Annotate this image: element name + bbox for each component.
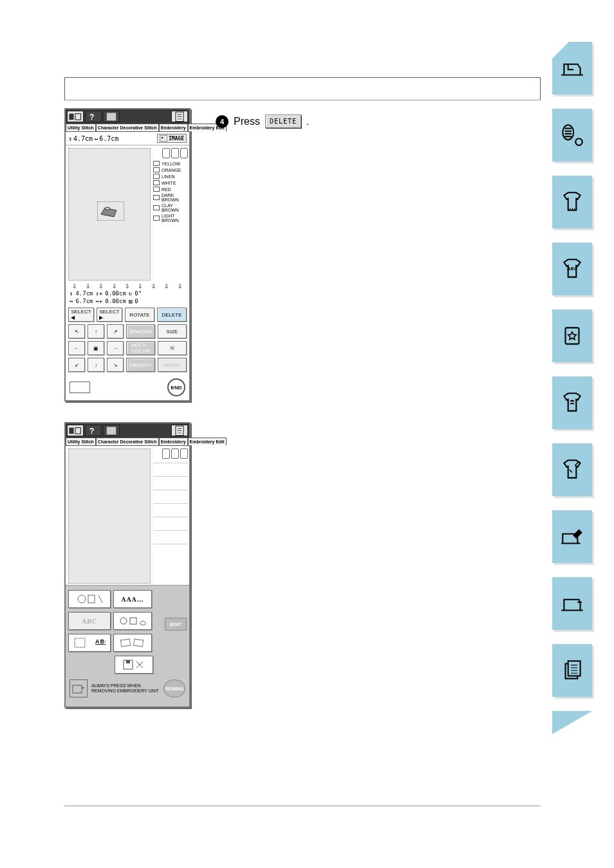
- select-prev-button[interactable]: SELECT◀: [68, 308, 94, 322]
- thread-info-icon[interactable]: [70, 382, 90, 393]
- hoop-small-icon[interactable]: [180, 448, 188, 459]
- center-button[interactable]: ▣: [88, 341, 104, 355]
- foot-icon[interactable]: [103, 425, 120, 436]
- panel-toolbar: ?: [66, 109, 189, 124]
- nav-tab-7[interactable]: [552, 443, 592, 496]
- needle-icon: ⇩: [98, 283, 104, 290]
- pattern-preview: [97, 201, 124, 221]
- card-star-icon: [559, 322, 586, 349]
- sewing-machine-icon: [559, 55, 586, 82]
- svg-point-1: [575, 138, 582, 145]
- delete-key-badge: DELETE: [265, 115, 301, 128]
- select-next-button[interactable]: SELECT▶: [97, 308, 122, 322]
- edit-button[interactable]: EDIT: [165, 618, 187, 631]
- svg-rect-28: [126, 660, 130, 663]
- spool-icon: [153, 161, 160, 166]
- page-icon[interactable]: [171, 425, 188, 436]
- tshirt-abc-icon: ABC: [559, 255, 586, 282]
- density-button[interactable]: DENSITY: [126, 358, 155, 372]
- page-content: ? Utility Stitch Character Decorative St…: [64, 77, 541, 728]
- tab-embroidery[interactable]: Embroidery: [159, 124, 188, 131]
- nav-tab-10[interactable]: [552, 644, 592, 697]
- tab-character-decorative[interactable]: Character Decorative Stitch: [96, 438, 159, 445]
- svg-rect-5: [568, 661, 581, 676]
- foot-warning-text: ALWAYS PRESS WHEN REMOVING EMBROIDERY UN…: [91, 683, 160, 694]
- unit-icon: [70, 680, 87, 697]
- mode-tabs-2: Utility Stitch Character Decorative Stit…: [66, 438, 189, 446]
- thread-orange: ORANGE: [153, 167, 188, 172]
- embroidery-canvas: [68, 148, 151, 281]
- nav-tab-1[interactable]: [552, 42, 592, 95]
- remove-unit-icon[interactable]: [70, 679, 88, 697]
- delete-button[interactable]: DELETE: [157, 308, 187, 322]
- arrow-down-button[interactable]: ↓: [88, 358, 104, 372]
- array-button[interactable]: ARRAY: [158, 358, 187, 372]
- flower-icon: [75, 593, 104, 605]
- svg-rect-3: [566, 328, 579, 344]
- nav-tab-6[interactable]: [552, 376, 592, 429]
- sewing-button[interactable]: SEWING: [163, 679, 185, 697]
- tab-embroidery[interactable]: Embroidery: [159, 438, 188, 445]
- nav-tab-4[interactable]: ABC: [552, 243, 592, 295]
- hoop-small-icon[interactable]: [180, 148, 188, 158]
- cat-shapes-button[interactable]: [113, 612, 152, 630]
- hoop-med-icon[interactable]: [171, 448, 179, 459]
- foot-icon[interactable]: [103, 111, 120, 122]
- hoop-selector-2: [153, 448, 188, 459]
- needle-icon: ⇩: [151, 283, 157, 290]
- nav-tab-8[interactable]: [552, 510, 592, 563]
- cat-cards-button[interactable]: [113, 634, 152, 652]
- spool-icon: [153, 167, 160, 172]
- arrow-upright-button[interactable]: ↗: [107, 324, 124, 338]
- tab-utility-stitch[interactable]: Utility Stitch: [66, 438, 96, 445]
- machine-side-icon: [559, 590, 586, 617]
- spool-icon: [153, 180, 160, 185]
- hoop-large-icon[interactable]: [162, 148, 170, 158]
- svg-point-19: [78, 595, 86, 603]
- cat-embroidery-button[interactable]: [68, 590, 111, 608]
- arrow-downright-button[interactable]: ↘: [107, 358, 124, 372]
- mirror-button[interactable]: [158, 341, 187, 355]
- nav-tab-3[interactable]: [552, 176, 592, 228]
- cat-memory-button[interactable]: [115, 656, 153, 674]
- cake-icon: [98, 203, 123, 219]
- arrow-left-button[interactable]: ←: [68, 341, 85, 355]
- image-button[interactable]: IMAGE: [157, 134, 187, 143]
- page-icon[interactable]: [171, 111, 188, 122]
- spacing-button[interactable]: SPACING: [126, 324, 155, 338]
- cat-abc-button[interactable]: ABC: [68, 612, 111, 630]
- help-icon[interactable]: ?: [85, 111, 102, 122]
- needle-row: ⇩ ⇩ ⇩ ⇩ ⇩ ⇩ ⇩ ⇩ ⇩: [66, 282, 189, 290]
- svg-point-21: [120, 618, 127, 624]
- end-button[interactable]: END: [167, 378, 185, 396]
- rotate-button[interactable]: ROTATE: [125, 308, 154, 322]
- cat-font-button[interactable]: AAA…: [113, 590, 152, 608]
- tab-utility-stitch[interactable]: Utility Stitch: [66, 124, 96, 131]
- arrow-up-button[interactable]: ↑: [88, 324, 104, 338]
- nav-tab-9[interactable]: [552, 577, 592, 630]
- tab-embroidery-edit[interactable]: Embroidery Edit: [188, 438, 227, 445]
- svg-point-13: [105, 207, 110, 210]
- help-icon[interactable]: ?: [85, 425, 102, 436]
- multicolor-button[interactable]: MULTI COLOR: [126, 341, 155, 355]
- hoop-large-icon[interactable]: [162, 448, 170, 459]
- nav-tab-5[interactable]: [552, 309, 592, 362]
- arrow-upleft-button[interactable]: ↖: [68, 324, 85, 338]
- svg-rect-29: [73, 685, 82, 693]
- spool-icon: [153, 195, 160, 200]
- svg-point-0: [563, 125, 573, 140]
- home-icon[interactable]: [67, 111, 84, 122]
- machine-tool-icon: [559, 523, 586, 550]
- tab-character-decorative[interactable]: Character Decorative Stitch: [96, 124, 159, 131]
- thread-spool-icon: [559, 122, 586, 149]
- arrow-right-button[interactable]: →: [107, 341, 124, 355]
- cards-icon: [118, 637, 147, 649]
- svg-rect-25: [120, 639, 130, 647]
- size-button[interactable]: SIZE: [158, 324, 187, 338]
- cat-frame-button[interactable]: ABC: [68, 634, 111, 652]
- home-icon[interactable]: [67, 425, 84, 436]
- shapes-icon: [118, 616, 147, 626]
- nav-tab-2[interactable]: [552, 109, 592, 162]
- hoop-med-icon[interactable]: [171, 148, 179, 158]
- arrow-downleft-button[interactable]: ↙: [68, 358, 85, 372]
